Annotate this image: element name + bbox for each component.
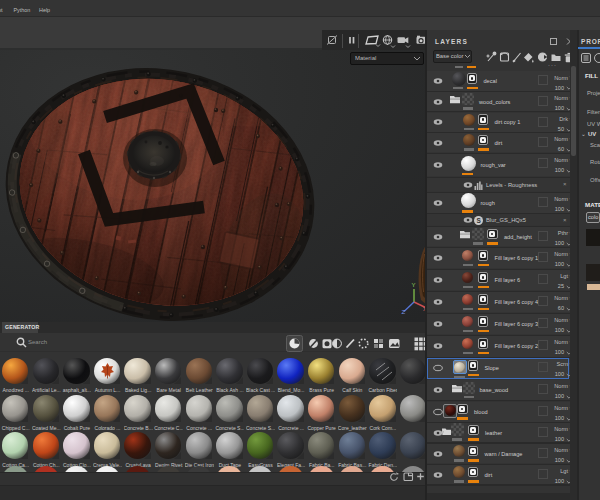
svg-text:Y: Y	[412, 282, 416, 288]
svg-text:Z: Z	[402, 309, 406, 315]
